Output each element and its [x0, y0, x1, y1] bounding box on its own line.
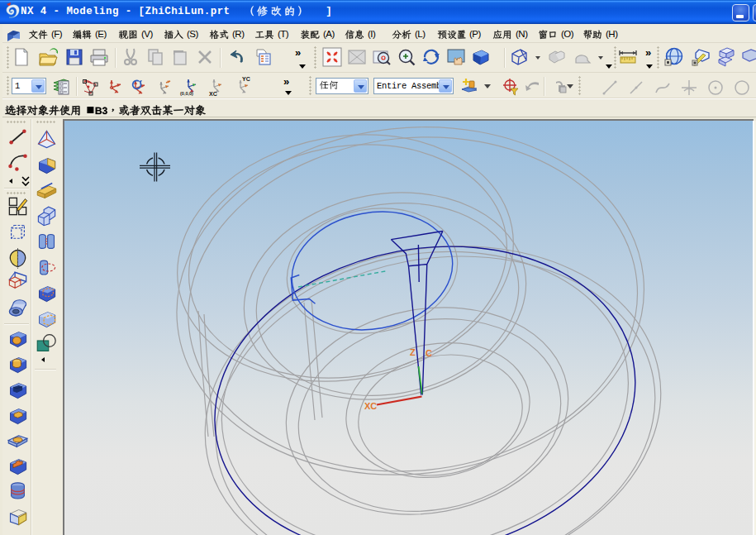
svg-text:YC: YC [242, 76, 250, 82]
svg-text:Z: Z [410, 347, 416, 357]
svg-text:XC: XC [364, 401, 377, 411]
svg-text:XC: XC [209, 91, 217, 97]
svg-text:C: C [426, 348, 432, 358]
svg-text:(0,0,0): (0,0,0) [180, 91, 193, 96]
